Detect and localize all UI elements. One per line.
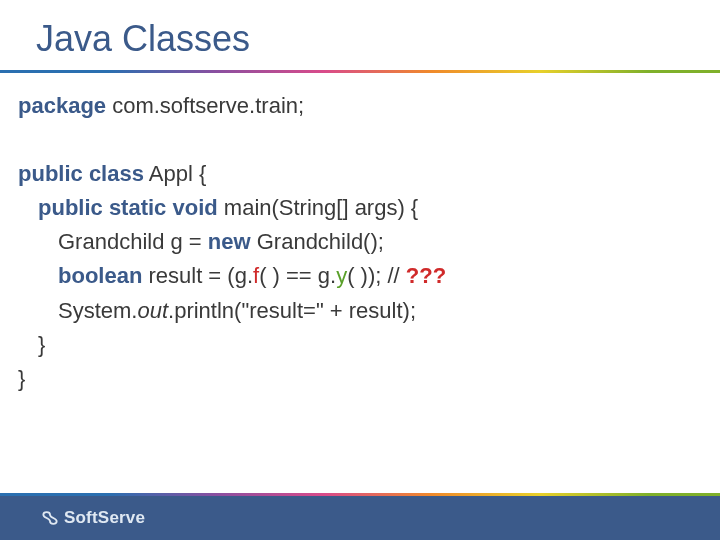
keyword-boolean: boolean — [58, 263, 142, 288]
footer-bar: SoftServe — [0, 496, 720, 540]
brand-logo: SoftServe — [40, 508, 145, 528]
code-line: System.out.println("result=" + result); — [18, 294, 702, 328]
result-post: ( )); // — [347, 263, 406, 288]
code-block: package com.softserve.train; public clas… — [0, 73, 720, 396]
call-y: y — [336, 263, 347, 288]
keyword-public-class: public class — [18, 161, 144, 186]
softserve-icon — [40, 508, 60, 528]
grandchild-pre: Grandchild g = — [58, 229, 208, 254]
code-line: public static void main(String[] args) { — [18, 191, 702, 225]
println-pre: System. — [58, 298, 137, 323]
blank-line — [18, 123, 702, 157]
println-post: .println("result=" + result); — [168, 298, 416, 323]
keyword-package: package — [18, 93, 106, 118]
slide-title: Java Classes — [0, 0, 720, 70]
keyword-main-mods: public static void — [38, 195, 218, 220]
keyword-new: new — [208, 229, 251, 254]
code-line: boolean result = (g.f( ) == g.y( )); // … — [18, 259, 702, 293]
package-name: com.softserve.train; — [106, 93, 304, 118]
brand-name: SoftServe — [64, 508, 145, 528]
out-field: out — [137, 298, 168, 323]
class-decl: Appl { — [144, 161, 206, 186]
main-signature: main(String[] args) { — [218, 195, 419, 220]
code-line: package com.softserve.train; — [18, 89, 702, 123]
result-mid: ( ) == g. — [259, 263, 336, 288]
code-line: public class Appl { — [18, 157, 702, 191]
question-marks: ??? — [406, 263, 446, 288]
close-brace-outer: } — [18, 362, 702, 396]
close-brace-inner: } — [18, 328, 702, 362]
result-pre: result = (g. — [142, 263, 253, 288]
code-line: Grandchild g = new Grandchild(); — [18, 225, 702, 259]
grandchild-post: Grandchild(); — [251, 229, 384, 254]
